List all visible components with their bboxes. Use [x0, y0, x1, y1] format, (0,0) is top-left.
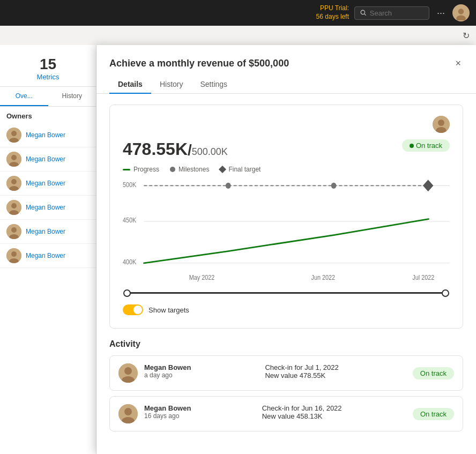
svg-text:500K: 500K: [123, 181, 137, 188]
tab-settings[interactable]: Settings: [191, 76, 236, 94]
svg-text:May 2022: May 2022: [189, 274, 214, 281]
toggle-thumb: [133, 306, 142, 314]
modal-panel: Achieve a monthly revenue of $500,000 × …: [96, 45, 476, 454]
svg-point-40: [124, 367, 132, 375]
activity-avatar: [118, 404, 138, 423]
legend-final-target-icon: [219, 166, 226, 173]
svg-point-6: [11, 131, 17, 136]
svg-point-9: [11, 155, 17, 160]
list-item[interactable]: Megan Bower: [0, 196, 96, 220]
svg-point-21: [11, 251, 17, 257]
range-thumb-right[interactable]: [442, 289, 449, 297]
svg-point-18: [11, 227, 17, 233]
activity-person-name: Megan Bowen: [144, 404, 191, 412]
activity-item: Megan Bowen 16 days ago Check-in for Jun…: [109, 396, 463, 431]
user-avatar[interactable]: [452, 4, 470, 21]
svg-point-15: [11, 203, 17, 209]
svg-point-24: [438, 120, 444, 126]
svg-point-3: [458, 9, 464, 14]
avatar: [6, 176, 21, 191]
list-item[interactable]: Megan Bower: [0, 172, 96, 196]
owner-name: Megan Bower: [26, 131, 65, 139]
on-track-dot: [410, 144, 414, 148]
activity-item-left: Megan Bowen a day ago: [118, 363, 191, 383]
reload-bar: ↻: [0, 26, 476, 45]
chart-svg: 500K 450K 400K: [123, 178, 450, 286]
metric-owner-avatar: [433, 116, 450, 133]
sidebar: 15 Metrics Ove... History Owners Megan B…: [0, 45, 96, 454]
chart-area: 500K 450K 400K: [123, 178, 450, 286]
svg-point-12: [11, 179, 17, 184]
ppu-line1: PPU Trial:: [316, 4, 349, 13]
avatar: [6, 128, 21, 143]
metric-current: 478.55K: [123, 139, 188, 159]
svg-rect-35: [423, 180, 433, 191]
metrics-count: 15: [5, 56, 91, 73]
range-thumb-left[interactable]: [123, 289, 131, 297]
metric-top: 478.55K/500.00K On track: [123, 139, 450, 159]
svg-point-33: [226, 183, 231, 189]
activity-item-left: Megan Bowen 16 days ago: [118, 404, 191, 423]
activity-section: Activity Megan Bowen a day ago Check-in …: [109, 339, 463, 431]
modal-tabs: Details History Settings: [96, 71, 476, 94]
show-targets-toggle-row: Show targets: [123, 302, 450, 319]
activity-time: a day ago: [144, 371, 191, 379]
sidebar-item-history[interactable]: History: [48, 87, 96, 106]
modal-title: Achieve a monthly revenue of $500,000: [109, 58, 289, 69]
close-button[interactable]: ×: [453, 56, 463, 71]
list-item[interactable]: Megan Bower: [0, 147, 96, 172]
activity-detail: Check-in for Jun 16, 2022 New value 458.…: [262, 404, 342, 420]
activity-value: New value 478.55K: [265, 371, 338, 379]
list-item[interactable]: Megan Bower: [0, 123, 96, 147]
search-box[interactable]: [354, 6, 429, 20]
activity-title: Activity: [109, 339, 463, 349]
range-track: [127, 292, 445, 294]
sidebar-item-overview[interactable]: Ove...: [0, 87, 48, 106]
metric-card: 478.55K/500.00K On track Progress: [109, 105, 463, 329]
ppu-days-left: 56 days left: [316, 13, 349, 21]
chart-legend: Progress Milestones Final target: [123, 166, 450, 173]
avatar: [6, 152, 21, 167]
metrics-summary: 15 Metrics: [0, 45, 96, 87]
avatar: [6, 248, 21, 263]
metric-value: 478.55K/500.00K: [123, 139, 228, 159]
modal-body: 478.55K/500.00K On track Progress: [96, 94, 476, 454]
svg-point-34: [331, 183, 337, 189]
search-icon: [360, 9, 367, 17]
legend-milestones: Milestones: [170, 166, 209, 173]
activity-checkin: Check-in for Jun 16, 2022: [262, 404, 342, 412]
legend-progress-icon: [123, 169, 130, 170]
list-item[interactable]: Megan Bower: [0, 220, 96, 244]
legend-milestones-icon: [170, 167, 175, 172]
svg-text:Jun 2022: Jun 2022: [311, 274, 335, 281]
avatar: [6, 200, 21, 215]
activity-person-name: Megan Bowen: [144, 363, 191, 371]
owner-name: Megan Bower: [26, 204, 65, 211]
metrics-label: Metrics: [5, 73, 91, 81]
owner-name: Megan Bower: [26, 252, 65, 259]
owner-name: Megan Bower: [26, 180, 65, 187]
tab-history[interactable]: History: [151, 76, 192, 94]
activity-person-info: Megan Bowen 16 days ago: [144, 404, 191, 420]
activity-status-badge: On track: [413, 408, 454, 420]
range-slider-container: [123, 290, 450, 302]
svg-line-1: [365, 14, 366, 16]
tab-details[interactable]: Details: [109, 76, 151, 94]
activity-detail: Check-in for Jul 1, 2022 New value 478.5…: [265, 363, 338, 379]
activity-status-badge: On track: [413, 367, 454, 379]
more-button[interactable]: ···: [435, 5, 447, 21]
search-input[interactable]: [370, 9, 423, 17]
show-targets-toggle[interactable]: [123, 304, 143, 315]
legend-progress-label: Progress: [133, 166, 159, 173]
sidebar-nav: Ove... History: [0, 87, 96, 107]
topbar: PPU Trial: 56 days left ···: [0, 0, 476, 26]
legend-milestones-label: Milestones: [178, 166, 209, 173]
svg-text:450K: 450K: [123, 217, 137, 224]
modal-header: Achieve a monthly revenue of $500,000 ×: [96, 45, 476, 71]
reload-button[interactable]: ↻: [463, 31, 470, 41]
ppu-trial-info: PPU Trial: 56 days left: [316, 4, 349, 21]
owner-name: Megan Bower: [26, 155, 65, 163]
activity-item: Megan Bowen a day ago Check-in for Jul 1…: [109, 355, 463, 391]
list-item[interactable]: Megan Bower: [0, 244, 96, 268]
legend-final-target-label: Final target: [228, 166, 261, 173]
